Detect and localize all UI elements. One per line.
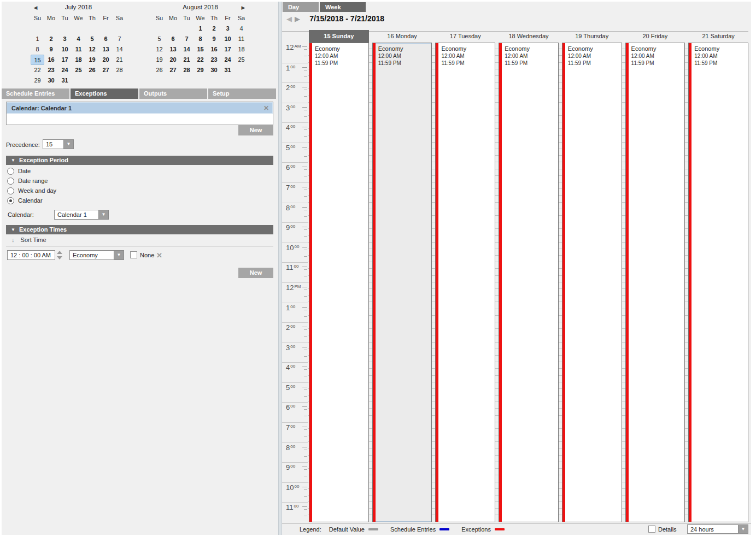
calendar-day-cell[interactable]: 29 bbox=[194, 65, 207, 75]
day-header[interactable]: 18 Wednesday bbox=[499, 30, 559, 43]
calendar-day-cell[interactable]: 30 bbox=[207, 65, 221, 75]
day-column[interactable]: Economy12:00 AM11:59 PM bbox=[435, 43, 495, 522]
calendar-prev-icon[interactable]: ◀ bbox=[32, 3, 39, 12]
radio-option-calendar[interactable]: Calendar bbox=[7, 197, 43, 205]
view-tab-week[interactable]: Week bbox=[320, 2, 366, 12]
radio-button[interactable] bbox=[7, 197, 14, 204]
radio-button[interactable] bbox=[7, 168, 14, 175]
schedule-entry[interactable]: Economy12:00 AM11:59 PM bbox=[694, 45, 747, 67]
calendar-day-cell[interactable]: 1 bbox=[31, 34, 44, 44]
chevron-down-icon[interactable]: ▼ bbox=[114, 250, 124, 260]
calendar-day-cell[interactable]: 17 bbox=[221, 44, 235, 55]
value-dropdown[interactable]: Economy ▼ bbox=[69, 250, 124, 260]
calendar-day-cell[interactable]: 23 bbox=[207, 55, 221, 65]
calendar-day-cell[interactable]: 5 bbox=[85, 34, 99, 44]
calendar-day-cell[interactable]: 29 bbox=[31, 75, 44, 86]
delete-time-icon[interactable]: ✕ bbox=[156, 251, 162, 259]
exception-period-header[interactable]: ▼ Exception Period bbox=[6, 156, 273, 165]
time-input[interactable]: 12 : 00 : 00 AM bbox=[7, 250, 55, 260]
day-header[interactable]: 17 Tuesday bbox=[435, 30, 495, 43]
sort-time-control[interactable]: ↓ Sort Time bbox=[11, 237, 46, 244]
calendar-day-cell[interactable]: 28 bbox=[113, 65, 126, 75]
calendar-day-cell[interactable]: 12 bbox=[85, 44, 99, 55]
chevron-down-icon[interactable]: ▼ bbox=[63, 139, 74, 149]
calendar-day-cell[interactable]: 2 bbox=[207, 23, 221, 34]
calendar-day-cell[interactable]: 25 bbox=[235, 55, 248, 65]
calendar-day-cell[interactable]: 31 bbox=[221, 65, 235, 75]
day-header[interactable]: 15 Sunday bbox=[309, 30, 369, 43]
calendar-day-cell[interactable]: 25 bbox=[72, 65, 85, 75]
time-range-dropdown[interactable]: 24 hours ▼ bbox=[687, 524, 748, 534]
none-checkbox[interactable] bbox=[130, 251, 137, 258]
calendar-day-cell[interactable]: 16 bbox=[44, 55, 58, 65]
calendar-day-cell[interactable]: 21 bbox=[113, 55, 126, 65]
schedule-entry[interactable]: Economy12:00 AM11:59 PM bbox=[505, 45, 557, 67]
schedule-entry[interactable]: Economy12:00 AM11:59 PM bbox=[631, 45, 684, 67]
calendar-day-cell[interactable]: 4 bbox=[72, 34, 85, 44]
spin-down-icon[interactable] bbox=[57, 256, 62, 259]
details-checkbox[interactable] bbox=[648, 526, 655, 533]
tab-schedule-entries[interactable]: Schedule Entries bbox=[2, 88, 71, 99]
new-exception-button[interactable]: New bbox=[238, 125, 273, 135]
exception-list-item[interactable]: Calendar: Calendar 1 ✕ bbox=[7, 102, 273, 114]
calendar-day-cell[interactable]: 3 bbox=[58, 34, 72, 44]
calendar-day-cell[interactable]: 24 bbox=[58, 65, 72, 75]
calendar-day-cell[interactable]: 24 bbox=[221, 55, 235, 65]
calendar-day-cell[interactable]: 20 bbox=[166, 55, 180, 65]
calendar-day-cell[interactable]: 8 bbox=[194, 34, 207, 44]
tab-exceptions[interactable]: Exceptions bbox=[71, 88, 139, 99]
radio-option-date-range[interactable]: Date range bbox=[7, 177, 48, 185]
calendar-day-cell[interactable]: 27 bbox=[166, 65, 180, 75]
tab-outputs[interactable]: Outputs bbox=[139, 88, 208, 99]
day-column[interactable]: Economy12:00 AM11:59 PM bbox=[499, 43, 559, 522]
chevron-down-icon[interactable]: ▼ bbox=[98, 210, 109, 220]
next-week-icon[interactable]: ▶ bbox=[295, 15, 300, 23]
collapse-icon[interactable]: ▼ bbox=[11, 225, 15, 234]
collapse-icon[interactable]: ▼ bbox=[11, 156, 15, 165]
calendar-day-cell[interactable]: 19 bbox=[153, 55, 166, 65]
view-tab-day[interactable]: Day bbox=[283, 2, 319, 12]
day-header[interactable]: 16 Monday bbox=[372, 30, 432, 43]
calendar-day-cell[interactable]: 3 bbox=[221, 23, 235, 34]
radio-option-date[interactable]: Date bbox=[7, 167, 31, 175]
calendar-day-cell[interactable]: 12 bbox=[153, 44, 166, 55]
calendar-day-cell[interactable]: 26 bbox=[85, 65, 99, 75]
day-header[interactable]: 19 Thursday bbox=[562, 30, 622, 43]
time-stepper[interactable] bbox=[57, 250, 62, 260]
calendar-day-cell[interactable]: 9 bbox=[207, 34, 221, 44]
chevron-down-icon[interactable]: ▼ bbox=[738, 524, 748, 534]
day-column[interactable]: Economy12:00 AM11:59 PM bbox=[309, 43, 369, 522]
schedule-entry[interactable]: Economy12:00 AM11:59 PM bbox=[441, 45, 494, 67]
calendar-day-cell[interactable]: 11 bbox=[72, 44, 85, 55]
calendar-day-cell[interactable]: 23 bbox=[44, 65, 58, 75]
calendar-day-cell[interactable]: 7 bbox=[113, 34, 126, 44]
calendar-day-cell[interactable]: 20 bbox=[99, 55, 113, 65]
calendar-day-cell[interactable]: 7 bbox=[180, 34, 194, 44]
day-column[interactable]: Economy12:00 AM11:59 PM bbox=[625, 43, 685, 522]
day-header[interactable]: 21 Saturday bbox=[688, 30, 748, 43]
calendar-day-cell[interactable]: 10 bbox=[221, 34, 235, 44]
new-time-button[interactable]: New bbox=[238, 268, 273, 278]
calendar-day-cell[interactable]: 4 bbox=[235, 23, 248, 34]
calendar-day-cell[interactable]: 11 bbox=[235, 34, 248, 44]
calendar-day-cell[interactable]: 6 bbox=[166, 34, 180, 44]
calendar-day-cell[interactable]: 5 bbox=[153, 34, 166, 44]
schedule-entry[interactable]: Economy12:00 AM11:59 PM bbox=[568, 45, 620, 67]
spin-up-icon[interactable] bbox=[57, 251, 62, 254]
calendar-day-cell[interactable]: 13 bbox=[166, 44, 180, 55]
calendar-day-cell[interactable]: 1 bbox=[194, 23, 207, 34]
precedence-dropdown[interactable]: 15 ▼ bbox=[43, 139, 74, 149]
calendar-day-cell[interactable]: 10 bbox=[58, 44, 72, 55]
calendar-day-cell[interactable]: 30 bbox=[44, 75, 58, 86]
calendar-day-cell[interactable]: 26 bbox=[153, 65, 166, 75]
day-column[interactable]: Economy12:00 AM11:59 PM bbox=[688, 43, 748, 522]
calendar-day-cell[interactable]: 6 bbox=[99, 34, 113, 44]
calendar-day-cell[interactable]: 21 bbox=[180, 55, 194, 65]
calendar-day-cell[interactable]: 18 bbox=[72, 55, 85, 65]
schedule-entry[interactable]: Economy12:00 AM11:59 PM bbox=[315, 45, 367, 67]
calendar-dropdown[interactable]: Calendar 1 ▼ bbox=[54, 210, 109, 220]
calendar-day-cell[interactable]: 22 bbox=[194, 55, 207, 65]
calendar-day-cell[interactable]: 14 bbox=[180, 44, 194, 55]
schedule-entry[interactable]: Economy12:00 AM11:59 PM bbox=[378, 45, 431, 67]
calendar-day-cell[interactable]: 14 bbox=[113, 44, 126, 55]
